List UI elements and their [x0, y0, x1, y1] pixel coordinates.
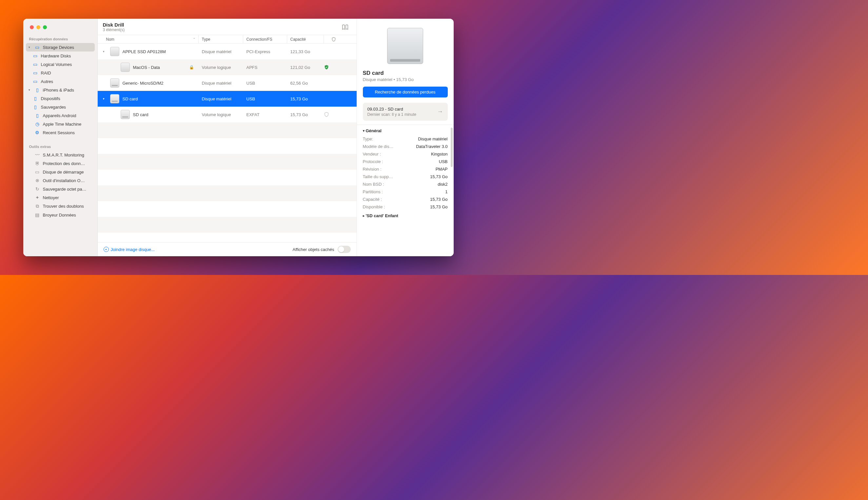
- sidebar-item-label: Protection des donn…: [43, 161, 85, 166]
- table-row[interactable]: ▾ APPLE SSD AP0128M Disque matériel PCI-…: [98, 44, 357, 59]
- sidebar-item-label: Outil d'installation O…: [43, 178, 85, 183]
- sidebar-item-time-machine[interactable]: ◷ Apple Time Machine: [26, 120, 95, 128]
- kv-row: Partitions :1: [363, 188, 448, 195]
- kv-row: Modèle de dis…DataTraveler 3.0: [363, 143, 448, 150]
- sidebar-item-boot-disk[interactable]: ▭ Disque de démarrage: [26, 168, 95, 176]
- table-row-empty: [98, 154, 357, 170]
- sidebar-item-cleanup[interactable]: ✦ Nettoyer: [26, 193, 95, 202]
- row-type: Disque matériel: [199, 49, 243, 54]
- row-capacity: 62,56 Go: [287, 81, 324, 86]
- row-capacity: 121,33 Go: [287, 49, 324, 54]
- sidebar-section-tools: Outils extras: [26, 141, 95, 151]
- row-name: SD card: [133, 112, 149, 117]
- drive-icon: ▭: [33, 70, 38, 76]
- table-row[interactable]: Generic- MicroSD/M2 Disque matériel USB …: [98, 75, 357, 91]
- row-connection: PCI-Express: [243, 49, 287, 54]
- phone-icon: ▯: [33, 96, 38, 101]
- sidebar: Récupération données ▾ ▭ Storage Devices…: [23, 19, 98, 256]
- general-section-header[interactable]: ▾ Général: [363, 128, 448, 133]
- table-header-row: Nom ˄ Type Connection/FS Capacité: [98, 35, 357, 44]
- row-connection: USB: [243, 81, 287, 86]
- kv-row: Protocole :USB: [363, 158, 448, 166]
- row-connection: EXFAT: [243, 112, 287, 117]
- sidebar-item-hardware-disks[interactable]: ▭ Hardware Disks: [26, 52, 95, 60]
- search-lost-data-button[interactable]: Recherche de données perdues: [363, 87, 448, 98]
- kv-row: Taille du supp…15,73 Go: [363, 173, 448, 180]
- sidebar-item-label: Trouver des doublons: [43, 204, 84, 209]
- maximize-window-button[interactable]: [43, 25, 47, 29]
- main-panel: Disk Drill 3 élément(s) Nom ˄ Type Conne…: [98, 19, 357, 256]
- sidebar-item-label: S.M.A.R.T. Monitoring: [43, 152, 84, 158]
- show-hidden-toggle[interactable]: [338, 246, 351, 253]
- sidebar-item-android[interactable]: ▯ Appareils Android: [26, 111, 95, 120]
- row-connection: APFS: [243, 65, 287, 70]
- row-shield: [324, 112, 343, 117]
- row-name: APPLE SSD AP0128M: [122, 49, 166, 54]
- sidebar-item-label: Recent Sessions: [43, 130, 75, 135]
- plus-circle-icon: +: [104, 247, 109, 252]
- chevron-down-icon: ▾: [28, 46, 32, 49]
- close-window-button[interactable]: [30, 25, 34, 29]
- sidebar-item-smart-monitoring[interactable]: 〰 S.M.A.R.T. Monitoring: [26, 151, 95, 159]
- show-hidden-label: Afficher objets cachés: [293, 247, 335, 252]
- sidebar-item-backups[interactable]: ▯ Sauvegardes: [26, 103, 95, 111]
- bottombar: + Joindre image disque... Afficher objet…: [98, 242, 357, 256]
- last-scan-card[interactable]: 09.03.23 - SD card Dernier scan: Il y a …: [363, 103, 448, 121]
- sidebar-item-data-protection[interactable]: ⛨ Protection des donn…: [26, 159, 95, 168]
- sidebar-item-label: Dispositifs: [41, 96, 60, 101]
- attach-link-label: Joindre image disque...: [111, 247, 155, 252]
- table-row-empty: [98, 170, 357, 185]
- sidebar-item-iphones-ipads[interactable]: ▾ ▯ iPhones & iPads: [26, 86, 95, 94]
- sidebar-item-label: Broyeur Données: [43, 213, 76, 217]
- chevron-down-icon[interactable]: ▾: [103, 97, 107, 100]
- column-header-name[interactable]: Nom ˄: [103, 35, 199, 43]
- column-header-protection[interactable]: [324, 35, 343, 43]
- row-name: Generic- MicroSD/M2: [122, 81, 164, 86]
- kv-row: Disponible :15,73 Go: [363, 203, 448, 211]
- shred-icon: ▤: [34, 212, 40, 217]
- page-title: Disk Drill: [103, 22, 125, 27]
- sidebar-item-find-duplicates[interactable]: ⧉ Trouver des doublons: [26, 202, 95, 211]
- table-row-empty: [98, 217, 357, 232]
- disk-icon: [110, 47, 119, 56]
- table-row-empty: [98, 138, 357, 154]
- sidebar-item-devices[interactable]: ▯ Dispositifs: [26, 94, 95, 103]
- sidebar-item-os-installer[interactable]: ⊗ Outil d'installation O…: [26, 176, 95, 185]
- sidebar-item-storage-devices[interactable]: ▾ ▭ Storage Devices: [26, 43, 95, 52]
- detail-disk-icon: [387, 28, 423, 64]
- sidebar-item-label: Nettoyer: [43, 195, 59, 200]
- table-row[interactable]: MacOS - Data 🔒 Volume logique APFS 121,0…: [98, 59, 357, 75]
- table-row[interactable]: SD card Volume logique EXFAT 15,73 Go: [98, 106, 357, 122]
- page-subtitle: 3 élément(s): [103, 27, 125, 32]
- sidebar-item-raid[interactable]: ▭ RAID: [26, 69, 95, 77]
- row-shield: [324, 65, 343, 70]
- sidebar-item-label: Logical Volumes: [41, 62, 72, 67]
- minimize-window-button[interactable]: [36, 25, 40, 29]
- disk-icon: [121, 62, 130, 72]
- sidebar-item-data-shredder[interactable]: ▤ Broyeur Données: [26, 211, 95, 219]
- window-controls: [23, 19, 97, 34]
- app-window: Récupération données ▾ ▭ Storage Devices…: [23, 19, 454, 256]
- table-row-selected[interactable]: ▾ SD card Disque matériel USB 15,73 Go: [98, 91, 357, 106]
- sidebar-item-others[interactable]: ▭ Autres: [26, 77, 95, 86]
- chevron-down-icon[interactable]: ▾: [103, 50, 107, 53]
- row-name: MacOS - Data: [133, 65, 160, 70]
- sidebar-item-label: Sauvegardes: [41, 105, 66, 110]
- scrollbar[interactable]: [451, 128, 453, 167]
- child-section-header[interactable]: ▸ 'SD card' Enfant: [363, 211, 448, 218]
- sidebar-item-recent-sessions[interactable]: ⚙ Recent Sessions: [26, 128, 95, 137]
- drive-icon: ▭: [33, 62, 38, 67]
- help-book-icon[interactable]: [342, 24, 349, 31]
- column-header-type[interactable]: Type: [199, 35, 243, 43]
- sidebar-item-label: Apple Time Machine: [43, 122, 82, 127]
- sidebar-item-label: iPhones & iPads: [43, 88, 74, 92]
- column-header-connection[interactable]: Connection/FS: [243, 35, 287, 43]
- sidebar-item-logical-volumes[interactable]: ▭ Logical Volumes: [26, 60, 95, 69]
- copy-icon: ⧉: [34, 203, 40, 209]
- sidebar-item-byte-backup[interactable]: ↻ Sauvegarde octet pa…: [26, 185, 95, 193]
- arrow-right-icon: →: [437, 108, 443, 115]
- timemachine-icon: ◷: [34, 121, 40, 127]
- column-header-capacity[interactable]: Capacité: [287, 35, 324, 43]
- attach-disk-image-link[interactable]: + Joindre image disque...: [104, 247, 155, 252]
- row-type: Volume logique: [199, 112, 243, 117]
